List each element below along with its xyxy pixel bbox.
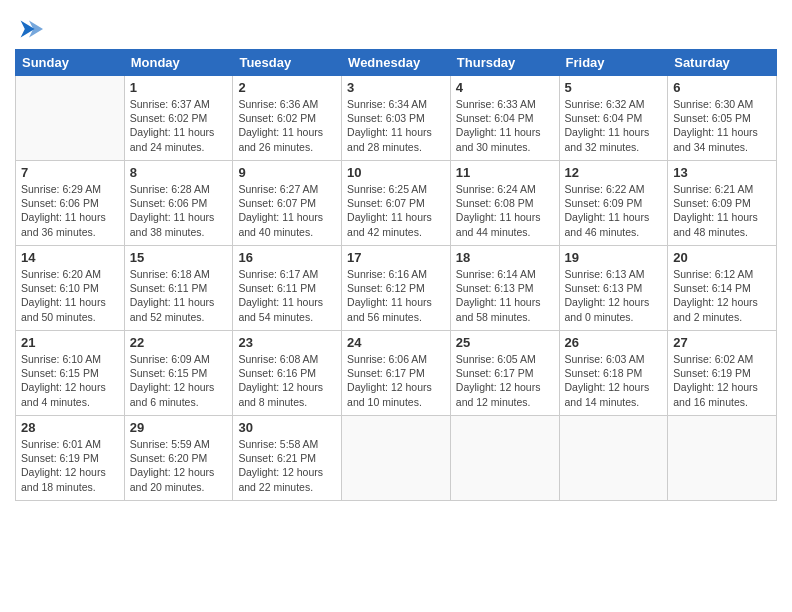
day-info: Sunrise: 6:06 AMSunset: 6:17 PMDaylight:… (347, 352, 445, 409)
day-number: 9 (238, 165, 336, 180)
calendar-cell (342, 416, 451, 501)
day-info: Sunrise: 6:22 AMSunset: 6:09 PMDaylight:… (565, 182, 663, 239)
calendar-cell: 7Sunrise: 6:29 AMSunset: 6:06 PMDaylight… (16, 161, 125, 246)
day-number: 30 (238, 420, 336, 435)
day-number: 26 (565, 335, 663, 350)
day-info: Sunrise: 6:29 AMSunset: 6:06 PMDaylight:… (21, 182, 119, 239)
day-info: Sunrise: 6:21 AMSunset: 6:09 PMDaylight:… (673, 182, 771, 239)
calendar-cell: 6Sunrise: 6:30 AMSunset: 6:05 PMDaylight… (668, 76, 777, 161)
calendar-cell: 18Sunrise: 6:14 AMSunset: 6:13 PMDayligh… (450, 246, 559, 331)
calendar-cell: 21Sunrise: 6:10 AMSunset: 6:15 PMDayligh… (16, 331, 125, 416)
calendar-cell: 3Sunrise: 6:34 AMSunset: 6:03 PMDaylight… (342, 76, 451, 161)
calendar-cell: 4Sunrise: 6:33 AMSunset: 6:04 PMDaylight… (450, 76, 559, 161)
day-info: Sunrise: 6:02 AMSunset: 6:19 PMDaylight:… (673, 352, 771, 409)
calendar-cell: 27Sunrise: 6:02 AMSunset: 6:19 PMDayligh… (668, 331, 777, 416)
page: SundayMondayTuesdayWednesdayThursdayFrid… (0, 0, 792, 511)
calendar-cell: 12Sunrise: 6:22 AMSunset: 6:09 PMDayligh… (559, 161, 668, 246)
day-number: 2 (238, 80, 336, 95)
calendar-cell: 10Sunrise: 6:25 AMSunset: 6:07 PMDayligh… (342, 161, 451, 246)
day-info: Sunrise: 6:36 AMSunset: 6:02 PMDaylight:… (238, 97, 336, 154)
calendar-header-friday: Friday (559, 50, 668, 76)
day-info: Sunrise: 6:25 AMSunset: 6:07 PMDaylight:… (347, 182, 445, 239)
calendar-cell: 26Sunrise: 6:03 AMSunset: 6:18 PMDayligh… (559, 331, 668, 416)
calendar-cell: 28Sunrise: 6:01 AMSunset: 6:19 PMDayligh… (16, 416, 125, 501)
day-info: Sunrise: 5:58 AMSunset: 6:21 PMDaylight:… (238, 437, 336, 494)
calendar-cell: 20Sunrise: 6:12 AMSunset: 6:14 PMDayligh… (668, 246, 777, 331)
day-number: 16 (238, 250, 336, 265)
logo (15, 15, 47, 43)
day-number: 6 (673, 80, 771, 95)
calendar-cell: 25Sunrise: 6:05 AMSunset: 6:17 PMDayligh… (450, 331, 559, 416)
day-info: Sunrise: 6:09 AMSunset: 6:15 PMDaylight:… (130, 352, 228, 409)
day-info: Sunrise: 6:13 AMSunset: 6:13 PMDaylight:… (565, 267, 663, 324)
day-number: 1 (130, 80, 228, 95)
day-number: 8 (130, 165, 228, 180)
day-number: 23 (238, 335, 336, 350)
calendar-header-sunday: Sunday (16, 50, 125, 76)
week-row-4: 21Sunrise: 6:10 AMSunset: 6:15 PMDayligh… (16, 331, 777, 416)
day-info: Sunrise: 5:59 AMSunset: 6:20 PMDaylight:… (130, 437, 228, 494)
day-number: 21 (21, 335, 119, 350)
day-info: Sunrise: 6:32 AMSunset: 6:04 PMDaylight:… (565, 97, 663, 154)
calendar-cell: 14Sunrise: 6:20 AMSunset: 6:10 PMDayligh… (16, 246, 125, 331)
calendar-header-monday: Monday (124, 50, 233, 76)
day-number: 10 (347, 165, 445, 180)
day-number: 13 (673, 165, 771, 180)
calendar-cell: 2Sunrise: 6:36 AMSunset: 6:02 PMDaylight… (233, 76, 342, 161)
day-number: 17 (347, 250, 445, 265)
day-number: 20 (673, 250, 771, 265)
calendar-cell (16, 76, 125, 161)
day-info: Sunrise: 6:37 AMSunset: 6:02 PMDaylight:… (130, 97, 228, 154)
day-info: Sunrise: 6:17 AMSunset: 6:11 PMDaylight:… (238, 267, 336, 324)
calendar-cell (668, 416, 777, 501)
calendar-cell: 16Sunrise: 6:17 AMSunset: 6:11 PMDayligh… (233, 246, 342, 331)
day-info: Sunrise: 6:10 AMSunset: 6:15 PMDaylight:… (21, 352, 119, 409)
calendar-cell: 9Sunrise: 6:27 AMSunset: 6:07 PMDaylight… (233, 161, 342, 246)
day-number: 29 (130, 420, 228, 435)
calendar-cell: 17Sunrise: 6:16 AMSunset: 6:12 PMDayligh… (342, 246, 451, 331)
day-info: Sunrise: 6:08 AMSunset: 6:16 PMDaylight:… (238, 352, 336, 409)
calendar-cell: 22Sunrise: 6:09 AMSunset: 6:15 PMDayligh… (124, 331, 233, 416)
day-info: Sunrise: 6:24 AMSunset: 6:08 PMDaylight:… (456, 182, 554, 239)
day-number: 25 (456, 335, 554, 350)
calendar-cell: 24Sunrise: 6:06 AMSunset: 6:17 PMDayligh… (342, 331, 451, 416)
week-row-1: 1Sunrise: 6:37 AMSunset: 6:02 PMDaylight… (16, 76, 777, 161)
calendar-cell: 19Sunrise: 6:13 AMSunset: 6:13 PMDayligh… (559, 246, 668, 331)
day-number: 24 (347, 335, 445, 350)
calendar-header-saturday: Saturday (668, 50, 777, 76)
calendar-cell (559, 416, 668, 501)
calendar-cell: 11Sunrise: 6:24 AMSunset: 6:08 PMDayligh… (450, 161, 559, 246)
day-info: Sunrise: 6:20 AMSunset: 6:10 PMDaylight:… (21, 267, 119, 324)
day-info: Sunrise: 6:01 AMSunset: 6:19 PMDaylight:… (21, 437, 119, 494)
day-number: 11 (456, 165, 554, 180)
day-info: Sunrise: 6:27 AMSunset: 6:07 PMDaylight:… (238, 182, 336, 239)
header (15, 10, 777, 43)
calendar-cell: 30Sunrise: 5:58 AMSunset: 6:21 PMDayligh… (233, 416, 342, 501)
calendar-header-tuesday: Tuesday (233, 50, 342, 76)
day-number: 5 (565, 80, 663, 95)
day-number: 22 (130, 335, 228, 350)
day-info: Sunrise: 6:30 AMSunset: 6:05 PMDaylight:… (673, 97, 771, 154)
calendar-header-wednesday: Wednesday (342, 50, 451, 76)
week-row-3: 14Sunrise: 6:20 AMSunset: 6:10 PMDayligh… (16, 246, 777, 331)
week-row-5: 28Sunrise: 6:01 AMSunset: 6:19 PMDayligh… (16, 416, 777, 501)
day-number: 3 (347, 80, 445, 95)
day-info: Sunrise: 6:14 AMSunset: 6:13 PMDaylight:… (456, 267, 554, 324)
day-info: Sunrise: 6:33 AMSunset: 6:04 PMDaylight:… (456, 97, 554, 154)
calendar-cell: 1Sunrise: 6:37 AMSunset: 6:02 PMDaylight… (124, 76, 233, 161)
day-number: 4 (456, 80, 554, 95)
day-number: 12 (565, 165, 663, 180)
day-number: 15 (130, 250, 228, 265)
logo-icon (15, 15, 43, 43)
calendar-cell: 13Sunrise: 6:21 AMSunset: 6:09 PMDayligh… (668, 161, 777, 246)
day-info: Sunrise: 6:05 AMSunset: 6:17 PMDaylight:… (456, 352, 554, 409)
day-info: Sunrise: 6:12 AMSunset: 6:14 PMDaylight:… (673, 267, 771, 324)
calendar-header-row: SundayMondayTuesdayWednesdayThursdayFrid… (16, 50, 777, 76)
calendar-cell: 15Sunrise: 6:18 AMSunset: 6:11 PMDayligh… (124, 246, 233, 331)
calendar-cell: 8Sunrise: 6:28 AMSunset: 6:06 PMDaylight… (124, 161, 233, 246)
calendar-header-thursday: Thursday (450, 50, 559, 76)
day-info: Sunrise: 6:18 AMSunset: 6:11 PMDaylight:… (130, 267, 228, 324)
calendar-cell (450, 416, 559, 501)
calendar-cell: 23Sunrise: 6:08 AMSunset: 6:16 PMDayligh… (233, 331, 342, 416)
day-info: Sunrise: 6:28 AMSunset: 6:06 PMDaylight:… (130, 182, 228, 239)
